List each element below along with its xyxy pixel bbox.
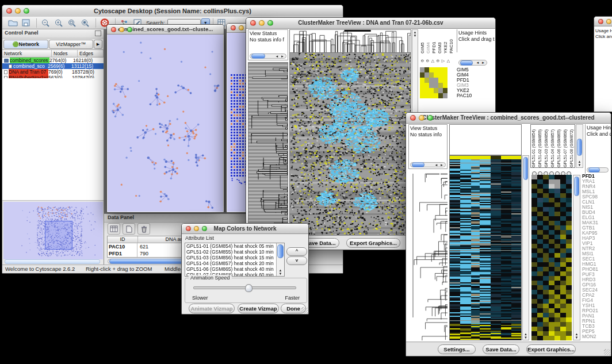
heatmap-cell[interactable] <box>531 271 537 276</box>
heatmap-cell[interactable] <box>537 276 543 281</box>
heatmap-cell[interactable] <box>543 271 549 276</box>
heatmap-cell[interactable] <box>549 322 554 327</box>
select-attributes-icon[interactable] <box>108 223 120 235</box>
heatmap-cell[interactable] <box>566 285 572 290</box>
gene-label[interactable]: YSH1 <box>582 303 611 308</box>
heatmap-cell[interactable] <box>537 285 543 290</box>
heatmap-cell[interactable] <box>537 175 543 179</box>
heatmap-cell[interactable] <box>537 248 543 253</box>
heatmap-cell[interactable] <box>537 193 543 198</box>
gene-label[interactable]: HMG1 <box>582 262 611 267</box>
heatmap-cell[interactable] <box>549 294 554 299</box>
scroll-arrows-icon[interactable]: ▲▼ <box>576 160 583 167</box>
minimize-button[interactable] <box>194 226 199 231</box>
minimize-button[interactable] <box>119 27 124 32</box>
heatmap-cell[interactable] <box>549 239 554 244</box>
heatmap-cell[interactable] <box>566 198 572 202</box>
heatmap-cell[interactable] <box>531 317 537 322</box>
heatmap-cell[interactable] <box>566 253 572 258</box>
gene-label[interactable]: PFD1 <box>582 174 611 179</box>
heatmap-cell[interactable] <box>549 179 554 184</box>
heatmap-cell[interactable] <box>531 276 537 281</box>
heatmap-cell[interactable] <box>560 198 566 202</box>
heatmap-cell[interactable] <box>543 276 549 281</box>
heatmap-cell[interactable] <box>531 267 537 271</box>
heatmap-cell[interactable] <box>554 299 560 304</box>
heatmap-cell[interactable] <box>537 299 543 304</box>
heatmap-cell[interactable] <box>537 336 543 340</box>
matrix-cell[interactable] <box>420 67 424 72</box>
matrix-cell[interactable] <box>434 83 438 88</box>
gene-label[interactable]: GIM3 <box>457 83 480 88</box>
heatmap-cell[interactable] <box>531 304 537 308</box>
heatmap-cell[interactable] <box>549 207 554 212</box>
heatmap-cell[interactable] <box>549 331 554 336</box>
heatmap-cell[interactable] <box>560 193 566 198</box>
heatmap-cell[interactable] <box>549 285 554 290</box>
birdseye-viewport-rect[interactable] <box>45 221 72 250</box>
heatmap-cell[interactable] <box>554 276 560 281</box>
network-list-row[interactable]: combined_scores2764(0)16218(0) <box>2 58 104 63</box>
heatmap-cell[interactable] <box>549 216 554 221</box>
zoom-panel-hscrollbar[interactable]: ◄ ► <box>458 60 487 66</box>
heatmap-cell[interactable] <box>554 258 560 262</box>
matrix-cell[interactable] <box>443 83 447 88</box>
minimize-button[interactable] <box>606 19 611 24</box>
column-nodes[interactable]: Nodes <box>52 50 78 57</box>
heatmap-cell[interactable] <box>566 322 572 327</box>
view-status-hscrollbar[interactable]: ◄ ► <box>250 53 286 59</box>
zoom-selected-icon[interactable] <box>79 18 91 28</box>
heatmap-cell[interactable] <box>560 239 566 244</box>
gene-label[interactable]: NTR2 <box>582 246 611 251</box>
heatmap-cell[interactable] <box>554 239 560 244</box>
heatmap-cell[interactable] <box>566 175 572 179</box>
row-dendrogram[interactable] <box>248 62 288 235</box>
network-canvas[interactable] <box>108 35 223 212</box>
heatmap-cell[interactable] <box>537 230 543 235</box>
heatmap-cell[interactable] <box>531 175 537 179</box>
animate-vizmap-button[interactable]: Animate Vizmap <box>189 304 235 313</box>
new-attribute-icon[interactable] <box>123 223 135 235</box>
heatmap-cell[interactable] <box>554 248 560 253</box>
heatmap-cell[interactable] <box>549 327 554 331</box>
heatmap-cell[interactable] <box>560 276 566 281</box>
heatmap-cell[interactable] <box>566 230 572 235</box>
heatmap-cell[interactable] <box>560 225 566 230</box>
scroll-arrows-icon[interactable]: ▲▼ <box>277 269 284 275</box>
heatmap-cell[interactable] <box>549 193 554 198</box>
tab-network[interactable]: 🟢Network <box>3 40 48 49</box>
matrix-cell[interactable] <box>424 93 429 98</box>
heatmap-cell[interactable] <box>543 225 549 230</box>
heatmap-cell[interactable] <box>531 239 537 244</box>
heatmap-canvas[interactable] <box>289 52 411 235</box>
heatmap-cell[interactable] <box>549 299 554 304</box>
gene-label[interactable]: MAK31 <box>582 220 611 225</box>
heatmap-cell[interactable] <box>566 202 572 207</box>
matrix-cell[interactable] <box>443 72 447 78</box>
heatmap-cell[interactable] <box>566 262 572 267</box>
heatmap-cell[interactable] <box>560 294 566 299</box>
heatmap-cell[interactable] <box>543 313 549 317</box>
close-button[interactable] <box>410 115 416 121</box>
heatmap-cell[interactable] <box>566 184 572 189</box>
heatmap-cell[interactable] <box>549 175 554 179</box>
heatmap-cell[interactable] <box>531 184 537 189</box>
heatmap-cell[interactable] <box>549 313 554 317</box>
heatmap-cell[interactable] <box>549 267 554 271</box>
heatmap-cell[interactable] <box>554 294 560 299</box>
matrix-cell[interactable] <box>434 78 438 83</box>
export-graphics-button[interactable]: Export Graphics... <box>346 238 400 248</box>
delete-attribute-trash-icon[interactable] <box>137 223 150 235</box>
heatmap-cell[interactable] <box>554 290 560 294</box>
heatmap-cell[interactable] <box>554 221 560 225</box>
matrix-cell[interactable] <box>438 93 443 98</box>
heatmap-cell[interactable] <box>549 225 554 230</box>
scrollbar-thumb[interactable] <box>412 162 424 167</box>
minimize-button[interactable] <box>15 8 21 14</box>
heatmap-cell[interactable] <box>560 179 566 184</box>
heatmap-cell[interactable] <box>554 184 560 189</box>
heatmap-cell[interactable] <box>554 202 560 207</box>
heatmap-cell[interactable] <box>531 225 537 230</box>
attribute-list-item[interactable]: GPL51-02 (GSM855) heat shock 10 min <box>185 249 284 255</box>
heatmap-cell[interactable] <box>531 216 537 221</box>
